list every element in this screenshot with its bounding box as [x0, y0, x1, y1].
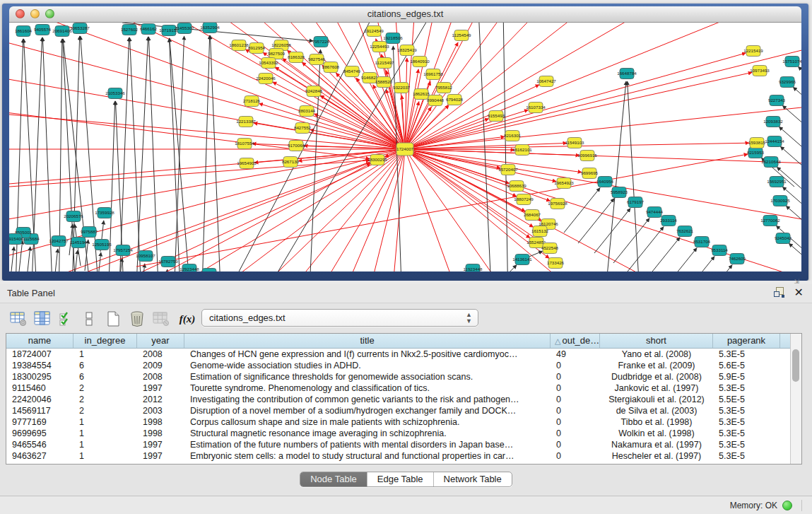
citation-edge-red[interactable]	[9, 149, 405, 271]
graph-node[interactable]: 7632621	[676, 226, 694, 237]
citation-edge-black[interactable]	[793, 87, 801, 116]
table-settings-button[interactable]	[8, 309, 28, 329]
citation-edge-black[interactable]	[661, 248, 697, 271]
graph-node[interactable]: 12770062	[760, 216, 780, 226]
column-header-name[interactable]: name	[6, 334, 73, 348]
graph-node[interactable]: 12505195	[92, 240, 112, 250]
citation-edge-black[interactable]	[696, 265, 732, 271]
citation-edge-black[interactable]	[578, 199, 614, 243]
column-header-in_degree[interactable]: in_degree	[73, 334, 137, 348]
graph-node[interactable]: 9245042	[775, 233, 792, 244]
graph-node[interactable]: 2718126	[243, 96, 261, 107]
graph-node[interactable]: 8427552	[294, 123, 312, 134]
graph-node[interactable]: 1588520	[375, 77, 393, 88]
graph-node[interactable]: 9227343	[768, 95, 786, 106]
graph-node[interactable]: 16107334	[526, 103, 546, 113]
graph-node[interactable]: 21053346	[105, 88, 125, 99]
graph-node[interactable]: 1861604	[15, 26, 33, 37]
graph-node[interactable]: 16352904	[200, 23, 220, 33]
citation-edge-black[interactable]	[782, 105, 801, 134]
graph-node[interactable]: 21455307	[175, 23, 194, 34]
close-panel-icon[interactable]: ✕	[794, 287, 804, 298]
graph-node[interactable]: 3915404	[9, 234, 24, 245]
row-height-button[interactable]	[79, 309, 99, 329]
table-selector-dropdown[interactable]: citations_edges.txt ▲▼	[201, 309, 478, 327]
graph-node[interactable]: 2684067	[524, 210, 541, 221]
citation-edge-black[interactable]	[789, 243, 801, 271]
tab-node-table[interactable]: Node Table	[300, 472, 367, 486]
citation-edge-black[interactable]	[309, 49, 320, 271]
graph-node[interactable]: 9405574	[34, 25, 52, 35]
citation-edge-black[interactable]	[786, 206, 801, 235]
graph-node[interactable]: 10653287	[70, 23, 90, 34]
citation-edge-black[interactable]	[170, 38, 192, 271]
network-window-titlebar[interactable]: citations_edges.txt	[9, 6, 801, 23]
graph-node[interactable]: 10543392	[259, 58, 278, 69]
citation-edge-black[interactable]	[164, 269, 167, 271]
graph-node[interactable]: 9329966	[779, 77, 796, 88]
graph-node[interactable]: 7957224	[312, 37, 330, 47]
citation-edge-red[interactable]	[9, 160, 370, 189]
citation-edge-red[interactable]	[314, 114, 405, 149]
citation-edge-red[interactable]	[259, 103, 405, 149]
table-row[interactable]: 977716911998Corpus callosum shape and si…	[6, 416, 801, 428]
citation-edge-black[interactable]	[613, 218, 649, 263]
citation-edge-black[interactable]	[42, 37, 53, 271]
graph-node[interactable]: 11549103	[565, 138, 584, 148]
graph-node[interactable]: 17957254	[113, 245, 133, 256]
vertical-scrollbar[interactable]	[790, 334, 801, 464]
graph-node[interactable]: 9322037	[393, 83, 411, 93]
graph-node[interactable]: 12042757	[49, 236, 69, 247]
graph-node[interactable]: 6466162	[140, 24, 158, 35]
graph-node[interactable]: 1593815	[748, 138, 766, 148]
graph-node[interactable]: 4522548	[541, 243, 559, 254]
graph-node[interactable]: 19124549	[364, 26, 384, 37]
citation-edge-red[interactable]	[9, 149, 405, 271]
graph-node[interactable]: 1145194	[70, 238, 87, 248]
graph-node[interactable]: 11254549	[452, 30, 471, 41]
graph-node[interactable]: 9170064	[288, 141, 305, 151]
function-builder-button[interactable]: f(x)	[175, 309, 199, 329]
citation-edge-red[interactable]	[18, 149, 405, 271]
graph-node[interactable]: 1615132	[531, 226, 549, 237]
network-view-frame[interactable]: citations_edges.txt 18616049405574206914…	[2, 4, 808, 281]
graph-node[interactable]: 18107554	[235, 139, 254, 149]
graph-node[interactable]: 1640954	[596, 177, 614, 187]
graph-node[interactable]: 19654923	[554, 178, 574, 189]
citation-edge-red[interactable]	[405, 149, 801, 243]
table-row[interactable]: 2242004622012Investigating the contribut…	[6, 394, 801, 405]
graph-node[interactable]: 6179197	[627, 197, 645, 208]
citation-edge-black[interactable]	[54, 249, 58, 271]
graph-node[interactable]: 12093832	[763, 117, 783, 127]
graph-node[interactable]: 16210643	[761, 157, 781, 168]
citation-edge-red[interactable]	[9, 149, 405, 271]
citation-edge-red[interactable]	[405, 110, 529, 149]
citation-edge-red[interactable]	[405, 149, 510, 184]
graph-node[interactable]: 9242848	[305, 86, 323, 97]
graph-node[interactable]: 9474444	[646, 207, 664, 218]
graph-node[interactable]: 9975887	[81, 227, 98, 238]
citation-edge-red[interactable]	[9, 149, 405, 243]
graph-node[interactable]: 18325419	[397, 45, 417, 56]
graph-node[interactable]: 8912954	[248, 43, 266, 54]
citation-edge-black[interactable]	[644, 238, 680, 271]
graph-node[interactable]: 22420046	[256, 74, 276, 84]
citation-edge-red[interactable]	[45, 23, 405, 149]
citation-edge-black[interactable]	[201, 35, 210, 271]
graph-node[interactable]: 1733426	[547, 258, 565, 269]
column-header-out_de[interactable]: △out_de…	[551, 334, 600, 348]
table-row[interactable]: 1938455462009Genome-wide association stu…	[6, 360, 801, 371]
graph-node[interactable]: 16782759	[158, 257, 178, 267]
tab-edge-table[interactable]: Edge Table	[367, 472, 434, 486]
graph-node[interactable]: 2867608	[322, 62, 340, 73]
citation-edge-red[interactable]	[9, 149, 405, 271]
graph-node[interactable]: 19756928	[548, 199, 567, 209]
graph-node[interactable]: 8454749	[343, 66, 361, 77]
select-columns-button[interactable]	[57, 309, 76, 329]
citation-edge-black[interactable]	[628, 227, 664, 271]
graph-node[interactable]: 10647427	[536, 76, 556, 87]
graph-node[interactable]: 15692951	[767, 177, 787, 187]
column-header-pagerank[interactable]: pagerank	[713, 334, 780, 348]
graph-node[interactable]: 9462800	[201, 269, 218, 272]
citation-edge-red[interactable]	[9, 149, 405, 271]
